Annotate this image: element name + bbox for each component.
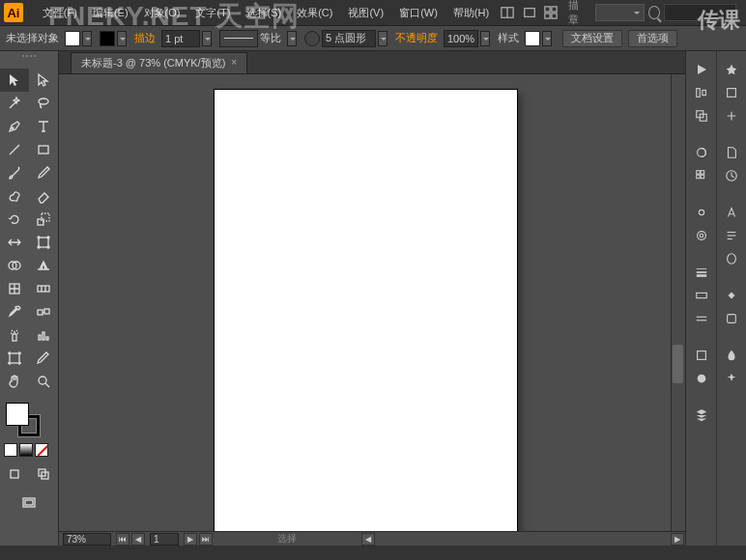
document-info-panel-icon[interactable] bbox=[719, 142, 745, 163]
artboard[interactable] bbox=[215, 90, 517, 531]
eraser-tool[interactable] bbox=[29, 184, 58, 208]
attributes-panel-icon[interactable] bbox=[719, 308, 745, 329]
menu-effect[interactable]: 效果(C) bbox=[289, 6, 340, 20]
swatches-panel-icon[interactable] bbox=[688, 165, 714, 186]
opentype-panel-icon[interactable] bbox=[719, 248, 745, 269]
menu-view[interactable]: 视图(V) bbox=[340, 6, 391, 20]
mesh-tool[interactable] bbox=[0, 277, 29, 300]
graphic-styles-panel-icon[interactable] bbox=[688, 368, 714, 389]
color-panel-icon[interactable] bbox=[688, 142, 714, 163]
stroke-profile-preview[interactable] bbox=[219, 30, 258, 47]
draw-mode-behind[interactable] bbox=[29, 462, 58, 486]
scale-tool[interactable] bbox=[29, 208, 58, 231]
stroke-panel-icon[interactable] bbox=[688, 262, 714, 283]
paragraph-panel-icon[interactable] bbox=[719, 225, 745, 246]
zoom-level-input[interactable]: 73% bbox=[63, 533, 111, 546]
prev-artboard-button[interactable]: ◀ bbox=[131, 533, 145, 546]
align-panel-icon[interactable] bbox=[688, 82, 714, 103]
lasso-tool[interactable] bbox=[29, 92, 58, 115]
color-mode-gradient[interactable] bbox=[19, 443, 33, 457]
zoom-tool[interactable] bbox=[29, 370, 58, 393]
vertical-scrollbar[interactable] bbox=[671, 74, 685, 531]
scroll-thumb[interactable] bbox=[673, 345, 683, 383]
actions-panel-icon[interactable] bbox=[719, 165, 745, 186]
artboards-panel-icon[interactable] bbox=[719, 82, 745, 103]
paintbrush-tool[interactable] bbox=[0, 161, 29, 184]
menu-type[interactable]: 文字(T) bbox=[187, 6, 238, 20]
draw-mode-normal[interactable] bbox=[0, 462, 29, 486]
menu-window[interactable]: 窗口(W) bbox=[391, 6, 445, 20]
screen-mode-tool[interactable] bbox=[14, 491, 43, 515]
arrange-documents-icon[interactable] bbox=[499, 3, 517, 22]
stroke-panel-link[interactable]: 描边 bbox=[134, 31, 156, 45]
menu-help[interactable]: 帮助(H) bbox=[445, 6, 497, 20]
links-panel-icon[interactable] bbox=[719, 285, 745, 306]
menu-select[interactable]: 选择(S) bbox=[239, 6, 290, 20]
menu-file[interactable]: 文件(F) bbox=[35, 6, 85, 20]
info-panel-icon[interactable] bbox=[719, 368, 745, 389]
workspace-switcher[interactable] bbox=[595, 4, 645, 21]
pencil-tool[interactable] bbox=[29, 161, 58, 184]
symbols-panel-icon[interactable] bbox=[688, 225, 714, 246]
stroke-weight-dropdown[interactable] bbox=[202, 31, 212, 46]
stroke-profile-dropdown[interactable] bbox=[287, 31, 297, 46]
scroll-right-button[interactable]: ▶ bbox=[671, 533, 684, 546]
brushes-panel-icon[interactable] bbox=[688, 202, 714, 223]
graphic-style-swatch[interactable] bbox=[525, 31, 540, 46]
pathfinder-panel-icon[interactable] bbox=[688, 105, 714, 126]
stroke-dropdown[interactable] bbox=[117, 31, 127, 46]
menu-edit[interactable]: 编辑(E) bbox=[85, 6, 136, 20]
play-icon[interactable] bbox=[688, 59, 714, 80]
menu-object[interactable]: 对象(O) bbox=[136, 6, 188, 20]
brush-dropdown[interactable] bbox=[378, 31, 387, 46]
panel-grip-icon[interactable] bbox=[0, 55, 58, 65]
line-segment-tool[interactable] bbox=[0, 138, 29, 161]
close-tab-icon[interactable]: × bbox=[231, 57, 241, 67]
navigator-panel-icon[interactable] bbox=[719, 345, 745, 366]
stroke-weight-input[interactable]: 1 pt bbox=[161, 30, 200, 47]
blob-brush-tool[interactable] bbox=[0, 184, 29, 208]
artboard-tool[interactable] bbox=[0, 347, 29, 370]
free-transform-tool[interactable] bbox=[29, 231, 58, 254]
artboard-nav-input[interactable]: 1 bbox=[150, 533, 179, 546]
selection-tool[interactable] bbox=[0, 69, 29, 92]
gradient-panel-icon[interactable] bbox=[688, 285, 714, 306]
eyedropper-tool[interactable] bbox=[0, 300, 29, 323]
fill-swatch[interactable] bbox=[65, 31, 80, 46]
gradient-tool[interactable] bbox=[29, 277, 58, 300]
libraries-panel-icon[interactable] bbox=[719, 59, 745, 80]
direct-selection-tool[interactable] bbox=[29, 69, 58, 92]
stroke-swatch[interactable] bbox=[100, 31, 115, 46]
layout-grid-icon[interactable] bbox=[542, 3, 560, 22]
opacity-panel-link[interactable]: 不透明度 bbox=[395, 31, 438, 45]
perspective-grid-tool[interactable] bbox=[29, 254, 58, 277]
symbol-sprayer-tool[interactable] bbox=[0, 323, 29, 347]
rotate-tool[interactable] bbox=[0, 208, 29, 231]
screen-mode-icon[interactable] bbox=[521, 3, 539, 22]
scroll-left-button[interactable]: ◀ bbox=[361, 533, 375, 546]
column-graph-tool[interactable] bbox=[29, 323, 58, 347]
search-input[interactable] bbox=[664, 4, 736, 21]
next-artboard-button[interactable]: ▶ bbox=[184, 533, 197, 546]
pen-tool[interactable] bbox=[0, 115, 29, 138]
character-panel-icon[interactable] bbox=[719, 202, 745, 223]
document-setup-button[interactable]: 文档设置 bbox=[562, 30, 622, 47]
color-mode-solid[interactable] bbox=[4, 443, 17, 457]
shape-builder-tool[interactable] bbox=[0, 254, 29, 277]
hand-tool[interactable] bbox=[0, 370, 29, 393]
appearance-panel-icon[interactable] bbox=[688, 345, 714, 366]
color-proxy[interactable] bbox=[0, 399, 58, 441]
layers-panel-icon[interactable] bbox=[688, 405, 714, 426]
opacity-input[interactable]: 100% bbox=[444, 30, 478, 47]
graphic-style-dropdown[interactable] bbox=[542, 31, 552, 46]
canvas-viewport[interactable] bbox=[59, 74, 685, 531]
fill-proxy[interactable] bbox=[6, 403, 29, 426]
document-tab[interactable]: 未标题-3 @ 73% (CMYK/预览) × bbox=[71, 52, 247, 73]
color-mode-none[interactable] bbox=[35, 443, 48, 457]
preferences-button[interactable]: 首选项 bbox=[628, 30, 677, 47]
transform-panel-icon[interactable] bbox=[719, 105, 745, 126]
blend-tool[interactable] bbox=[29, 300, 58, 323]
transparency-panel-icon[interactable] bbox=[688, 308, 714, 329]
brush-definition[interactable]: 5 点圆形 bbox=[322, 30, 376, 47]
last-artboard-button[interactable]: ⏭ bbox=[199, 533, 213, 546]
